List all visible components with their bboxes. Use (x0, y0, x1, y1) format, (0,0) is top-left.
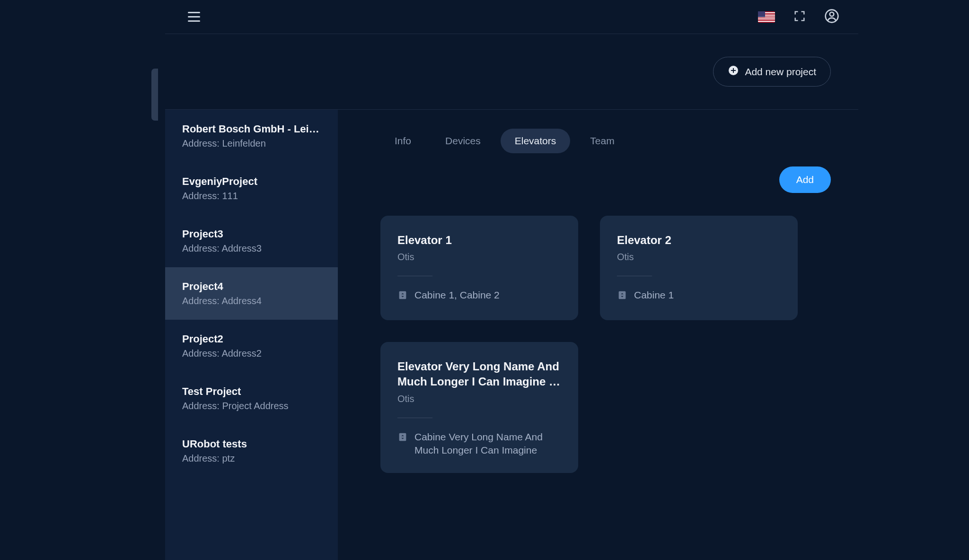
add-project-button[interactable]: Add new project (713, 57, 831, 87)
elevator-icon (397, 430, 408, 446)
elevator-name: Elevator 1 (397, 233, 561, 248)
svg-rect-3 (399, 291, 406, 299)
project-sidebar: Robert Bosch GmbH - Lein…Address: Leinfe… (165, 110, 338, 560)
sidebar-item-project[interactable]: Project4Address: Address4 (165, 267, 338, 320)
cabin-list: Cabine 1, Cabine 2 (414, 289, 500, 302)
tab-devices[interactable]: Devices (431, 129, 495, 153)
project-name: URobot tests (182, 438, 321, 450)
card-divider (617, 276, 652, 276)
project-address: Address: Project Address (182, 401, 321, 411)
cabin-list: Cabine 1 (634, 289, 674, 302)
sidebar-item-project[interactable]: Test ProjectAddress: Project Address (165, 372, 338, 425)
sidebar-item-project[interactable]: Project3Address: Address3 (165, 215, 338, 267)
project-address: Address: Address4 (182, 296, 321, 306)
svg-rect-5 (399, 433, 406, 441)
project-address: Address: Address2 (182, 348, 321, 359)
topbar-right (758, 9, 839, 26)
content-area: InfoDevicesElevatorsTeam Add Elevator 1O… (338, 110, 858, 560)
cabin-row: Cabine 1 (617, 289, 781, 304)
project-name: Robert Bosch GmbH - Lein… (182, 123, 321, 135)
account-icon[interactable] (824, 9, 839, 26)
language-flag-us[interactable] (758, 11, 775, 23)
project-address: Address: Leinfelden (182, 138, 321, 149)
sidebar-item-project[interactable]: URobot testsAddress: ptz (165, 425, 338, 477)
cabin-row: Cabine Very Long Name And Much Longer I … (397, 430, 561, 457)
project-name: Project3 (182, 228, 321, 240)
add-label: Add (796, 174, 814, 185)
sidebar-item-project[interactable]: Project2Address: Address2 (165, 320, 338, 372)
topbar (165, 0, 858, 34)
scroll-indicator (151, 69, 158, 121)
plus-circle-icon (728, 65, 739, 79)
project-address: Address: 111 (182, 191, 321, 201)
elevator-name: Elevator 2 (617, 233, 781, 248)
card-divider (397, 418, 432, 418)
tab-team[interactable]: Team (576, 129, 628, 153)
elevator-icon (397, 289, 408, 304)
tabs: InfoDevicesElevatorsTeam (380, 129, 831, 153)
card-divider (397, 276, 432, 276)
cabin-row: Cabine 1, Cabine 2 (397, 289, 561, 304)
menu-button[interactable] (184, 8, 204, 26)
left-gutter (0, 0, 165, 560)
add-elevator-button[interactable]: Add (779, 166, 831, 193)
svg-point-1 (830, 12, 834, 16)
elevator-name: Elevator Very Long Name And Much Longer … (397, 359, 561, 390)
project-address: Address: Address3 (182, 243, 321, 254)
elevator-vendor: Otis (617, 252, 781, 262)
sidebar-item-project[interactable]: EvgeniyProjectAddress: 111 (165, 162, 338, 215)
project-name: Project4 (182, 280, 321, 293)
project-name: EvgeniyProject (182, 175, 321, 188)
fullscreen-icon[interactable] (793, 9, 806, 25)
add-project-label: Add new project (745, 66, 816, 78)
elevator-vendor: Otis (397, 394, 561, 404)
project-name: Project2 (182, 333, 321, 345)
add-row: Add (380, 166, 831, 193)
subheader: Add new project (165, 34, 858, 110)
elevator-icon (617, 289, 627, 304)
tab-info[interactable]: Info (380, 129, 425, 153)
sidebar-item-project[interactable]: Robert Bosch GmbH - Lein…Address: Leinfe… (165, 110, 338, 162)
tab-elevators[interactable]: Elevators (501, 129, 571, 153)
elevator-card[interactable]: Elevator 1OtisCabine 1, Cabine 2 (380, 216, 578, 320)
project-address: Address: ptz (182, 453, 321, 464)
cabin-list: Cabine Very Long Name And Much Longer I … (414, 430, 561, 457)
elevator-card[interactable]: Elevator Very Long Name And Much Longer … (380, 342, 578, 473)
elevator-card[interactable]: Elevator 2OtisCabine 1 (600, 216, 798, 320)
svg-rect-4 (619, 291, 626, 299)
elevator-vendor: Otis (397, 252, 561, 262)
project-name: Test Project (182, 385, 321, 398)
elevator-grid: Elevator 1OtisCabine 1, Cabine 2Elevator… (380, 216, 831, 473)
right-gutter (858, 0, 969, 560)
